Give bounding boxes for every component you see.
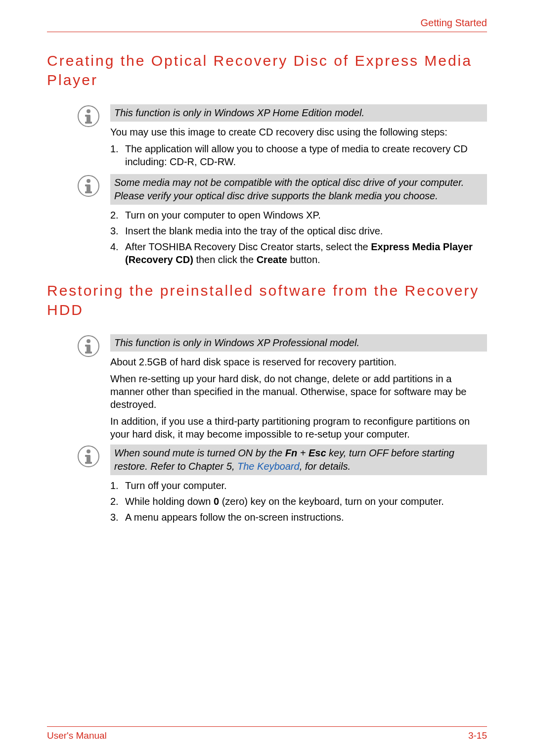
list-marker: 1. xyxy=(110,479,119,492)
text-frag: (zero) key on the keyboard, turn on your… xyxy=(219,496,444,507)
section2-p1: About 2.5GB of hard disk space is reserv… xyxy=(110,356,487,368)
section1-steps-b: 2. Turn on your computer to open Windows… xyxy=(110,209,487,266)
list-marker: 2. xyxy=(110,495,119,508)
list-marker: 3. xyxy=(110,511,119,524)
keyboard-link[interactable]: The Keyboard xyxy=(237,461,300,472)
page-footer: User's Manual 3-15 xyxy=(47,726,487,741)
section1-note1-text: This function is only in Windows XP Home… xyxy=(114,107,364,118)
list-text: After TOSHIBA Recovery Disc Creator star… xyxy=(125,241,473,265)
list-text: Turn off your computer. xyxy=(125,480,227,491)
text-ital: When sound mute is turned ON by the xyxy=(114,447,285,458)
section2-p3: In addition, if you use a third-party pa… xyxy=(110,415,487,441)
info-icon xyxy=(78,175,99,197)
section2-note2: When sound mute is turned ON by the Fn +… xyxy=(110,445,487,475)
list-marker: 1. xyxy=(110,142,119,155)
list-marker: 2. xyxy=(110,209,119,222)
text-bold: Fn xyxy=(285,447,297,458)
section1-heading: Creating the Optical Recovery Disc of Ex… xyxy=(47,51,487,89)
info-icon xyxy=(78,445,99,467)
list-item: 3. Insert the blank media into the tray … xyxy=(110,224,487,237)
list-text: Turn on your computer to open Windows XP… xyxy=(125,210,321,221)
list-text: A menu appears follow the on-screen inst… xyxy=(125,512,344,523)
footer-left: User's Manual xyxy=(47,730,107,741)
section1-intro: You may use this image to create CD reco… xyxy=(110,126,487,138)
list-text: While holding down 0 (zero) key on the k… xyxy=(125,496,444,507)
list-item: 2. Turn on your computer to open Windows… xyxy=(110,209,487,222)
text-bold: Esc xyxy=(309,447,326,458)
section2-note1-text: This function is only in Windows XP Prof… xyxy=(114,337,359,348)
list-item: 1. The application will allow you to cho… xyxy=(110,142,487,168)
list-item: 3. A menu appears follow the on-screen i… xyxy=(110,511,487,524)
text-frag: then click the xyxy=(193,254,257,265)
section1-note2: Some media may not be compatible with th… xyxy=(110,174,487,205)
text-bold: 0 xyxy=(214,496,219,507)
list-marker: 4. xyxy=(110,240,119,253)
text-frag: After TOSHIBA Recovery Disc Creator star… xyxy=(125,241,371,252)
text-frag: button. xyxy=(287,254,320,265)
section2-steps: 1. Turn off your computer. 2. While hold… xyxy=(110,479,487,524)
info-icon xyxy=(78,105,99,127)
section1-note1: This function is only in Windows XP Home… xyxy=(110,104,487,122)
list-marker: 3. xyxy=(110,224,119,237)
section1-note2-text: Some media may not be compatible with th… xyxy=(114,177,464,201)
info-icon xyxy=(78,335,99,357)
text-bold: Create xyxy=(257,254,287,265)
list-item: 4. After TOSHIBA Recovery Disc Creator s… xyxy=(110,240,487,266)
section1-steps-a: 1. The application will allow you to cho… xyxy=(110,142,487,168)
list-item: 1. Turn off your computer. xyxy=(110,479,487,492)
text-frag: While holding down xyxy=(125,496,214,507)
section2-p2: When re-setting up your hard disk, do no… xyxy=(110,372,487,411)
list-text: Insert the blank media into the tray of … xyxy=(125,225,383,236)
text-ital: , for details. xyxy=(300,461,351,472)
footer-right: 3-15 xyxy=(468,730,487,741)
text-ital: + xyxy=(297,447,309,458)
list-item: 2. While holding down 0 (zero) key on th… xyxy=(110,495,487,508)
section2-note1: This function is only in Windows XP Prof… xyxy=(110,334,487,352)
section2-heading: Restoring the preinstalled software from… xyxy=(47,281,487,319)
chapter-label: Getting Started xyxy=(47,17,487,32)
list-text: The application will allow you to choose… xyxy=(125,143,468,167)
